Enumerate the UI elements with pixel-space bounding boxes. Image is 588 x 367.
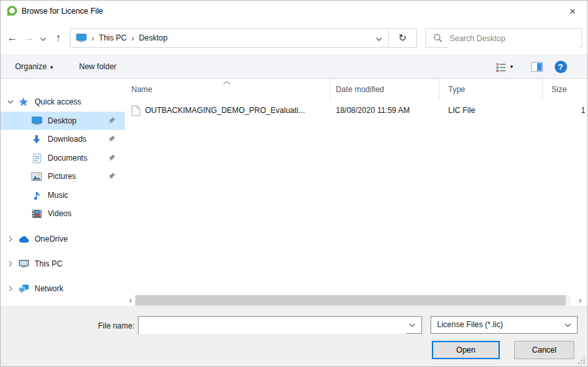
sidebar-item-quick-access[interactable]: Quick access (1, 93, 125, 111)
chevron-right-icon[interactable] (6, 261, 15, 267)
resize-grip[interactable] (578, 357, 585, 364)
sidebar-item-this-pc[interactable]: This PC (1, 255, 125, 273)
pictures-icon (31, 171, 42, 182)
documents-icon (31, 153, 42, 163)
cancel-button[interactable]: Cancel (514, 341, 574, 359)
sidebar-item-label: OneDrive (35, 234, 68, 244)
downloads-icon (31, 134, 42, 144)
view-caret-icon: ▾ (510, 63, 514, 70)
file-size: 1 (581, 106, 585, 115)
breadcrumb-this-pc[interactable]: This PC (99, 33, 127, 42)
navigation-pane: Quick access Desktop Downloads Documents (1, 79, 125, 306)
open-button[interactable]: Open (432, 341, 500, 359)
browse-licence-file-dialog: Browse for Licence File × ← → ↑ › This P… (0, 0, 588, 367)
recent-locations-chevron-icon[interactable] (36, 27, 46, 49)
file-row[interactable]: OUTBACKIMAGING_DEMO_PRO_Evaluati... 18/0… (125, 103, 587, 119)
help-icon: ? (555, 61, 567, 73)
this-pc-icon (18, 259, 29, 269)
command-toolbar: Organize▾ New folder ▾ ? (1, 54, 587, 79)
network-icon (18, 283, 29, 294)
sidebar-item-network[interactable]: Network (1, 279, 125, 298)
file-icon (131, 105, 140, 116)
up-button[interactable]: ↑ (49, 27, 67, 49)
column-header-date-modified[interactable]: Date modified (331, 79, 440, 100)
scrollbar-thumb[interactable] (135, 295, 566, 306)
title-bar: Browse for Licence File × (1, 1, 587, 22)
column-headers: Name Date modified Type Size (125, 79, 587, 100)
videos-icon (31, 208, 42, 219)
forward-button[interactable]: → (20, 27, 36, 49)
scroll-right-icon[interactable]: › (576, 295, 585, 306)
column-label: Type (448, 85, 465, 94)
chevron-down-icon[interactable] (409, 323, 416, 327)
sidebar-item-label: Pictures (48, 172, 76, 181)
music-icon (31, 190, 42, 200)
file-name-label: File name: (66, 321, 135, 330)
column-label: Date modified (336, 85, 384, 94)
back-button[interactable]: ← (3, 27, 20, 49)
refresh-button[interactable]: ↻ (388, 29, 416, 47)
app-logo-icon (6, 5, 18, 17)
pin-icon (108, 154, 116, 161)
organize-caret-icon: ▾ (50, 64, 54, 71)
file-name-input[interactable] (139, 317, 406, 334)
sidebar-item-music[interactable]: Music (1, 186, 125, 204)
address-dropdown-chevron-icon[interactable] (370, 29, 388, 47)
file-type: LIC File (448, 106, 475, 115)
chevron-down-icon (564, 323, 571, 327)
sidebar-item-documents[interactable]: Documents (1, 149, 125, 167)
chevron-right-icon[interactable] (6, 236, 15, 242)
file-type-value: License Files (*.lic) (437, 320, 503, 329)
dialog-footer: File name: License Files (*.lic) Open Ca… (1, 306, 587, 366)
navigation-bar: ← → ↑ › This PC › Desktop ↻ (1, 27, 587, 49)
details-view-icon (496, 63, 506, 72)
column-label: Name (131, 85, 152, 94)
breadcrumb-separator-icon: › (91, 33, 94, 43)
quick-access-star-icon (18, 97, 29, 107)
help-button[interactable]: ? (551, 55, 570, 78)
organize-label: Organize (15, 62, 47, 71)
breadcrumb: › This PC › Desktop (76, 29, 167, 47)
column-header-name[interactable]: Name (125, 79, 331, 100)
sidebar-item-label: Network (35, 284, 63, 293)
column-header-size[interactable]: Size (543, 79, 587, 100)
chevron-down-icon[interactable] (6, 100, 15, 104)
sidebar-item-label: This PC (35, 259, 63, 268)
sidebar-item-label: Downloads (48, 135, 86, 144)
change-view-button[interactable]: ▾ (489, 55, 519, 78)
sidebar-item-desktop[interactable]: Desktop (1, 112, 125, 130)
sidebar-item-pictures[interactable]: Pictures (1, 167, 125, 185)
sort-ascending-icon (223, 81, 231, 85)
file-date-modified: 18/08/2020 11:59 AM (336, 106, 410, 115)
close-button[interactable]: × (558, 1, 587, 21)
organize-button[interactable]: Organize▾ (15, 55, 53, 78)
scroll-left-icon[interactable]: ‹ (126, 295, 135, 306)
search-icon (433, 33, 443, 43)
pin-icon (108, 135, 116, 142)
search-input[interactable] (448, 29, 579, 48)
sidebar-item-onedrive[interactable]: OneDrive (1, 230, 125, 248)
sidebar-item-downloads[interactable]: Downloads (1, 130, 125, 148)
window-title: Browse for Licence File (22, 1, 103, 22)
main-area: Quick access Desktop Downloads Documents (1, 79, 587, 306)
file-type-select[interactable]: License Files (*.lic) (431, 316, 578, 334)
sidebar-item-label: Videos (48, 209, 71, 218)
file-name-combo (138, 316, 422, 334)
address-bar[interactable]: › This PC › Desktop ↻ (70, 28, 417, 48)
new-folder-button[interactable]: New folder (79, 55, 116, 78)
sidebar-item-label: Quick access (35, 97, 81, 106)
breadcrumb-desktop[interactable]: Desktop (139, 33, 167, 42)
preview-pane-button[interactable] (527, 55, 547, 78)
file-list: Name Date modified Type Size OUTBACKIMAG… (125, 79, 587, 306)
column-header-type[interactable]: Type (440, 79, 543, 100)
scrollbar-track[interactable] (135, 295, 570, 306)
file-name: OUTBACKIMAGING_DEMO_PRO_Evaluati... (145, 106, 321, 115)
pin-icon (108, 117, 116, 124)
desktop-location-icon (76, 33, 87, 42)
chevron-right-icon[interactable] (6, 285, 15, 292)
sidebar-item-label: Desktop (48, 116, 76, 125)
pin-icon (108, 172, 116, 180)
onedrive-cloud-icon (18, 234, 29, 244)
sidebar-item-videos[interactable]: Videos (1, 204, 125, 223)
sidebar-item-label: Documents (48, 153, 88, 163)
